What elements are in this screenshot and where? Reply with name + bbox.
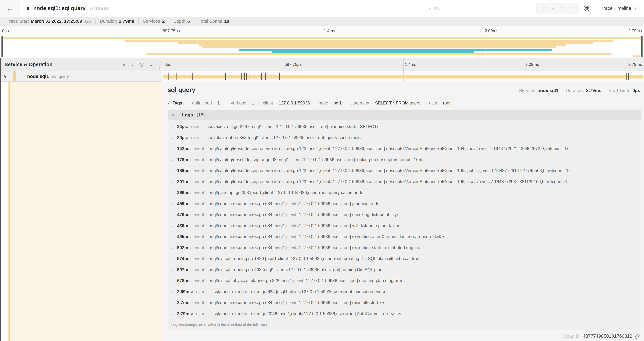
log-row[interactable]: › 597μs: event = ‹sql/distsql_running.go…: [171, 264, 641, 275]
log-field-key: event: [194, 212, 204, 217]
timeline-ruler: 0μs697.75μs1.4ms2.09ms2.79ms: [162, 58, 644, 71]
minimap-canvas[interactable]: [2, 36, 642, 57]
log-timestamp: 189μs:: [177, 168, 191, 173]
back-button[interactable]: ←: [0, 0, 20, 17]
log-row[interactable]: › 366μs: event = ‹sql/plan_opt.go:358 [n…: [171, 187, 641, 198]
equals-sign: =: [208, 289, 210, 294]
log-marker-tick: [626, 73, 627, 80]
chevron-down-icon: ∨: [634, 6, 636, 11]
chevron-right-icon: ›: [168, 100, 169, 106]
log-row[interactable]: › 495μs: event = ‹sql/conn_executor_exec…: [171, 231, 641, 242]
find-actions: ◎ ∧ ∨ ×: [536, 3, 578, 14]
log-row[interactable]: › 678μs: event = ‹sql/distsql_physical_p…: [171, 275, 641, 286]
log-field-key: event: [194, 146, 204, 151]
meta-item: Service: node sql1: [516, 88, 562, 93]
log-row[interactable]: › 142μs: event = ‹sql/catalog/lease/desc…: [171, 143, 641, 154]
page-title: node sql1: sql query: [34, 5, 86, 12]
expand-all-icon[interactable]: »: [150, 62, 153, 67]
chevron-right-icon: ›: [171, 190, 177, 195]
log-row[interactable]: › 2.69ms: event = ‹sql/conn_executor_exe…: [171, 286, 641, 297]
log-timestamp: 142μs:: [177, 146, 191, 151]
locate-icon[interactable]: ◎: [541, 6, 546, 11]
tags-accordion-header[interactable]: › Tags: _unfinished = 1 _verbose =: [168, 97, 641, 109]
span-id-value: 4877749850101760812: [583, 333, 632, 339]
log-row[interactable]: › 201μs: event = ‹sql/catalog/lease/desc…: [171, 176, 641, 187]
gridline: [283, 58, 283, 71]
log-row[interactable]: › 80μs: event = ‹sql/plan_opt.go:358 [ns…: [171, 132, 641, 143]
view-selector-button[interactable]: Trace Timeline ∨: [596, 3, 641, 14]
log-message: ‹sql/catalog/lease/descriptor_version_st…: [210, 179, 569, 184]
tick-label: 0μs: [2, 29, 9, 33]
log-row[interactable]: › 2.7ms: event = ‹sql/conn_executor_exec…: [171, 297, 641, 308]
log-field-key: event: [194, 278, 204, 283]
log-field-key: event: [194, 245, 204, 250]
keyboard-shortcuts-button[interactable]: ⌘: [581, 3, 593, 14]
log-timestamp: 2.79ms:: [177, 311, 193, 316]
log-message: ‹sql/conn_executor_exec.go:684 [nsql1,cl…: [210, 245, 420, 250]
logs-accordion-header[interactable]: ∨ Logs (18): [168, 110, 641, 120]
trace-summary-item: Duration 2.79ms: [96, 19, 138, 24]
equals-sign: =: [206, 169, 208, 173]
equals-sign: =: [206, 257, 208, 261]
log-field-key: event: [194, 190, 204, 195]
tags-list: _unfinished = 1 _verbose = 1 client: [186, 101, 454, 106]
log-row[interactable]: › 189μs: event = ‹sql/catalog/lease/desc…: [171, 165, 641, 176]
log-row[interactable]: › 574μs: event = ‹sql/distsql_running.go…: [171, 253, 641, 264]
log-field-key: event: [194, 168, 204, 173]
span-bar-cell[interactable]: [162, 71, 644, 82]
expand-one-icon[interactable]: ⋁: [140, 62, 144, 67]
find-input[interactable]: [424, 3, 536, 14]
log-row[interactable]: › 176μs: event = ‹sql/catalog/descs/desc…: [171, 154, 641, 165]
span-indent-guide[interactable]: [8, 82, 10, 341]
chevron-down-icon[interactable]: ∨: [4, 74, 7, 79]
collapse-all-icon[interactable]: ›: [132, 62, 134, 67]
log-row[interactable]: › 459μs: event = ‹sql/conn_executor_exec…: [171, 198, 641, 209]
equals-sign: =: [439, 101, 441, 105]
chevron-right-icon: ›: [171, 267, 177, 272]
collapse-one-icon[interactable]: ∨: [122, 62, 126, 67]
collapse-controls: ∨ › ⋁ »: [122, 62, 153, 67]
log-row[interactable]: › 2.79ms: event = ‹sql/conn_executor_exe…: [171, 308, 641, 319]
link-icon[interactable]: [635, 334, 640, 339]
log-row[interactable]: › 502μs: event = ‹sql/conn_executor_exec…: [171, 242, 641, 253]
span-id-label: SpanID:: [564, 333, 580, 339]
chevron-right-icon: ›: [171, 157, 177, 162]
log-field-key: event: [196, 289, 206, 294]
summary-label: Duration: [100, 19, 117, 24]
summary-label: Trace Start: [6, 19, 29, 24]
column-resize-grip[interactable]: ||: [158, 66, 161, 70]
clear-search-icon[interactable]: ×: [570, 6, 573, 11]
vertical-scrollbar[interactable]: [0, 58, 1, 341]
log-field-key: event: [194, 223, 204, 228]
viewport-left-handle[interactable]: [2, 36, 3, 57]
log-field-key: event: [194, 157, 204, 162]
span-row[interactable]: ∨ node sql1 sql query: [0, 71, 644, 82]
log-field-key: event: [191, 124, 202, 129]
minimap-span-bar: [125, 40, 613, 42]
next-match-icon[interactable]: ∨: [561, 6, 564, 11]
chevron-right-icon: ›: [171, 179, 177, 184]
chevron-right-icon: ›: [171, 146, 177, 151]
log-marker-tick: [241, 73, 242, 80]
span-name-cell[interactable]: ∨ node sql1 sql query: [0, 71, 162, 82]
log-row[interactable]: › 476μs: event = ‹sql/conn_executor_exec…: [171, 209, 641, 220]
tag-key: node: [318, 101, 328, 106]
log-row[interactable]: › 486μs: event = ‹sql/conn_executor_exec…: [171, 220, 641, 231]
equals-sign: =: [371, 101, 373, 105]
chevron-down-icon[interactable]: ∨: [26, 6, 30, 11]
viewport-right-handle[interactable]: [642, 36, 642, 57]
log-timestamp: 502μs:: [177, 245, 191, 250]
log-message: ‹sql/conn_executor_exec.go:684 [nsql1,cl…: [210, 223, 400, 228]
prev-match-icon[interactable]: ∧: [552, 6, 555, 11]
find-group: ◎ ∧ ∨ ×: [424, 3, 578, 14]
log-timestamp: 678μs:: [177, 278, 191, 283]
gridline: [403, 58, 404, 71]
span-service-name: node sql1: [27, 74, 49, 79]
minimap-span-bar: [146, 53, 612, 55]
log-message: ‹sql/distsql_running.go:1420 [nsql1,clie…: [210, 256, 421, 261]
minimap-span-bar: [202, 47, 556, 48]
log-row[interactable]: › 34μs: event = ‹sql/exec_util.go:2297 […: [171, 121, 641, 132]
log-rows: › 34μs: event = ‹sql/exec_util.go:2297 […: [168, 120, 641, 319]
log-marker-tick: [195, 73, 195, 80]
minimap-tick-labels: 0μs697.75μs1.4ms2.09ms2.79ms: [0, 26, 644, 36]
